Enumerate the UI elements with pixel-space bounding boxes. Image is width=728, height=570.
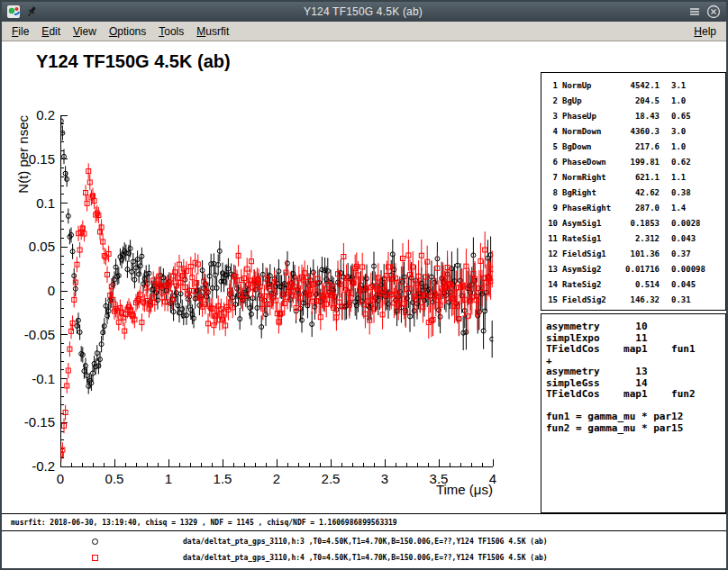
x-axis-title: Time (μs) (436, 482, 493, 497)
parameter-row: 6PhaseDown199.810.62 (545, 154, 725, 169)
param-value: 204.5 (620, 96, 660, 105)
param-number: 14 (545, 280, 558, 289)
app-icon[interactable] (7, 5, 20, 18)
param-value: 287.0 (620, 204, 660, 213)
svg-text:0.05: 0.05 (29, 239, 55, 254)
svg-text:-0.1: -0.1 (32, 371, 55, 386)
plot-area: Y124 TF150G 4.5K (ab) -0.2-0.15-0.1-0.05… (2, 41, 726, 513)
svg-text:-0.05: -0.05 (24, 327, 55, 342)
param-name: NormUp (562, 81, 620, 90)
param-name: BgRight (562, 188, 620, 197)
param-number: 6 (545, 158, 558, 167)
param-value: 0.1853 (620, 219, 660, 228)
theory-box: asymmetry 10simplExpo 11TFieldCos map1 f… (541, 313, 726, 513)
parameter-row: 12FieldSig1101.360.37 (545, 246, 725, 261)
series-2 (59, 163, 494, 462)
window-menu-icon[interactable] (688, 5, 701, 18)
footer: musrfit: 2018-06-30, 13:19:40, chisq = 1… (2, 513, 726, 568)
param-name: BgDown (562, 142, 620, 151)
param-number: 7 (545, 173, 558, 182)
param-number: 1 (545, 81, 558, 90)
svg-text:0.5: 0.5 (105, 471, 124, 486)
menu-item-file[interactable]: File (5, 23, 35, 40)
menu-item-musrfit[interactable]: Musrfit (190, 23, 235, 40)
param-error: 0.65 (671, 112, 691, 121)
param-number: 4 (545, 127, 558, 136)
param-name: FieldSig1 (562, 249, 620, 258)
svg-text:0.15: 0.15 (29, 151, 55, 167)
menu-item-options[interactable]: Options (103, 23, 152, 40)
param-name: RateSig1 (562, 234, 620, 243)
param-error: 3.1 (671, 81, 686, 90)
menu-item-tools[interactable]: Tools (152, 23, 190, 40)
param-number: 15 (545, 295, 558, 304)
param-number: 2 (545, 96, 558, 105)
pin-icon[interactable] (25, 5, 38, 18)
parameter-row: 5BgDown217.61.0 (545, 139, 725, 154)
param-name: AsymSig2 (562, 265, 620, 274)
param-name: PhaseUp (562, 112, 620, 121)
param-number: 9 (545, 204, 558, 213)
musrview-window: Y124 TF150G 4.5K (ab) FileEditViewOption… (0, 0, 728, 570)
legend-marker-square (92, 555, 98, 561)
param-value: 42.62 (620, 188, 660, 197)
legend-label: data/deltat_pta_gps_3110,h:3 ,T0=4.50K,T… (183, 538, 548, 546)
svg-text:0.1: 0.1 (36, 195, 55, 211)
param-error: 0.31 (671, 295, 691, 304)
legend-label: data/deltat_pta_gps_3110,h:4 ,T0=4.50K,T… (183, 554, 548, 562)
param-error: 0.37 (671, 249, 691, 258)
menu-item-view[interactable]: View (67, 23, 103, 40)
param-value: 2.312 (620, 234, 660, 243)
menu-item-help[interactable]: Help (687, 23, 723, 40)
close-icon[interactable] (706, 5, 721, 19)
titlebar[interactable]: Y124 TF150G 4.5K (ab) (2, 2, 726, 22)
parameter-row: 11RateSig12.3120.043 (545, 231, 725, 246)
theory-line: TFieldCos map1 fun1 (546, 344, 725, 356)
parameter-row: 15FieldSig2146.320.31 (545, 292, 725, 307)
chart-canvas[interactable]: -0.2-0.15-0.1-0.0500.050.10.150.200.511.… (2, 39, 524, 498)
svg-text:2.5: 2.5 (322, 471, 341, 486)
param-error: 0.62 (671, 158, 691, 167)
param-error: 1.0 (671, 96, 686, 105)
param-value: 101.36 (620, 249, 660, 258)
data-points (59, 113, 494, 462)
param-error: 0.00098 (671, 265, 705, 274)
menu-item-edit[interactable]: Edit (35, 23, 67, 40)
param-value: 199.81 (620, 158, 660, 167)
parameter-row: 9PhaseRight287.01.4 (545, 200, 725, 215)
param-name: NormDown (562, 127, 620, 136)
param-name: PhaseRight (562, 204, 620, 213)
param-error: 3.0 (671, 127, 686, 136)
theory-line: asymmetry 10 (546, 321, 725, 333)
param-value: 217.6 (620, 142, 660, 151)
param-name: BgUp (562, 96, 620, 105)
param-number: 11 (545, 234, 558, 243)
parameter-row: 7NormRight621.11.1 (545, 169, 725, 185)
param-name: PhaseDown (562, 158, 620, 167)
param-error: 0.38 (671, 188, 691, 197)
param-number: 13 (545, 265, 558, 274)
y-axis-title: N(t) per nsec (15, 115, 31, 194)
parameter-row: 10AsymSig10.18530.0028 (545, 215, 725, 231)
svg-text:1: 1 (165, 471, 172, 486)
param-name: FieldSig2 (562, 295, 620, 304)
param-value: 621.1 (620, 173, 660, 182)
svg-text:-0.15: -0.15 (24, 414, 55, 430)
param-value: 146.32 (620, 295, 660, 304)
param-number: 8 (545, 188, 558, 197)
param-error: 1.4 (671, 204, 686, 213)
param-error: 1.0 (671, 142, 686, 151)
param-number: 12 (545, 249, 558, 258)
param-value: 4542.1 (620, 81, 660, 90)
window-title: Y124 TF150G 4.5K (ab) (43, 5, 683, 18)
param-error: 1.1 (671, 173, 686, 182)
series-1 (59, 113, 494, 394)
param-error: 0.043 (671, 234, 696, 243)
param-name: RateSig2 (562, 280, 620, 289)
parameter-row: 13AsymSig20.017160.00098 (545, 261, 725, 276)
svg-text:-0.2: -0.2 (32, 458, 55, 474)
parameter-row: 3PhaseUp18.430.65 (545, 108, 725, 123)
param-name: AsymSig1 (562, 219, 620, 228)
svg-text:2: 2 (273, 471, 280, 486)
param-number: 3 (545, 112, 558, 121)
